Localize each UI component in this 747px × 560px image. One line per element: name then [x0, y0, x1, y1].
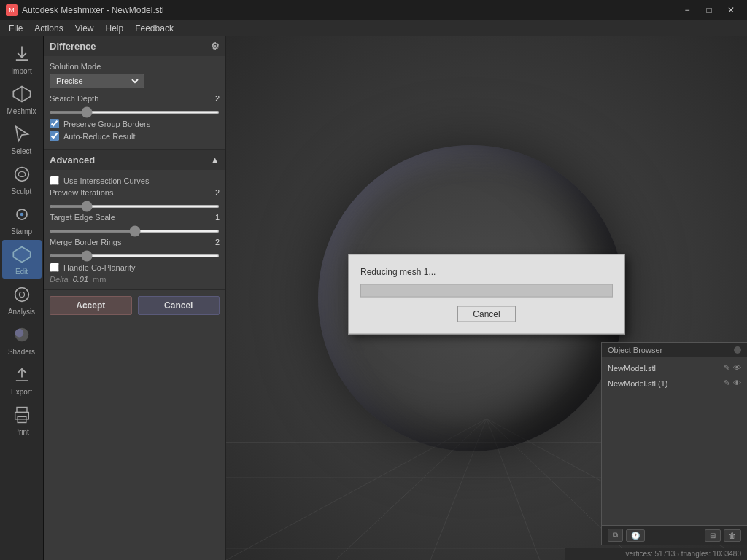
- svg-marker-5: [13, 247, 30, 262]
- delta-value: 0.01: [73, 275, 88, 284]
- gear-icon[interactable]: ⚙: [211, 41, 220, 52]
- ob-item-0-icons: ✎ 👁: [724, 363, 741, 373]
- cancel-button[interactable]: Cancel: [138, 296, 220, 315]
- statusbar-text: vertices: 517135 triangles: 1033480: [626, 550, 741, 558]
- tool-import[interactable]: Import: [2, 39, 42, 78]
- ob-item-1-edit-icon[interactable]: ✎: [724, 378, 730, 388]
- ob-footer-btn-0[interactable]: ⧉: [608, 529, 623, 542]
- advanced-collapse-icon: ▲: [210, 155, 220, 166]
- maximize-button[interactable]: □: [699, 2, 719, 18]
- advanced-header[interactable]: Advanced ▲: [44, 150, 225, 170]
- ob-item-0-edit-icon[interactable]: ✎: [724, 363, 730, 373]
- svg-point-6: [15, 288, 28, 302]
- solution-mode-select[interactable]: Precise Fast Best: [53, 76, 141, 86]
- object-browser-footer: ⧉ 🕐 ⊟ 🗑: [602, 525, 747, 545]
- meshmix-icon: [10, 82, 34, 106]
- dialog-body: Reducing mesh 1... Cancel: [349, 255, 624, 334]
- dialog-cancel-button[interactable]: Cancel: [457, 306, 515, 322]
- menu-help[interactable]: Help: [100, 22, 130, 35]
- svg-point-7: [19, 292, 24, 298]
- tool-select-label: Select: [12, 147, 32, 155]
- tool-meshmix-label: Meshmix: [7, 107, 36, 115]
- minimize-button[interactable]: −: [677, 2, 697, 18]
- menubar: File Actions View Help Feedback: [0, 20, 747, 36]
- delta-key: Delta: [50, 275, 69, 284]
- menu-view[interactable]: View: [69, 22, 100, 35]
- tool-print[interactable]: Print: [2, 400, 42, 439]
- use-intersection-checkbox[interactable]: [50, 176, 59, 185]
- ob-item-1[interactable]: NewModel.stl (1) ✎ 👁: [602, 376, 747, 391]
- use-intersection-label: Use Intersection Curves: [63, 176, 149, 185]
- svg-rect-10: [17, 408, 27, 413]
- advanced-body: Use Intersection Curves Preview Iteratio…: [44, 170, 225, 289]
- solution-mode-label: Solution Mode: [50, 62, 101, 71]
- stamp-icon: [10, 203, 34, 226]
- tool-print-label: Print: [14, 428, 29, 436]
- ob-footer-btn-3[interactable]: 🗑: [724, 529, 741, 542]
- viewport[interactable]: Reducing mesh 1... Cancel Object Browser…: [226, 36, 747, 560]
- difference-title: Difference: [50, 41, 96, 52]
- solution-mode-dropdown[interactable]: Precise Fast Best: [50, 74, 144, 88]
- tool-stamp[interactable]: Stamp: [2, 200, 42, 238]
- difference-header: Difference ⚙: [44, 36, 225, 56]
- tool-sculpt[interactable]: Sculpt: [2, 160, 42, 198]
- tool-analysis[interactable]: Analysis: [2, 280, 42, 319]
- menu-file[interactable]: File: [3, 22, 28, 35]
- progress-bar-container: [360, 284, 613, 298]
- tool-shaders-label: Shaders: [8, 348, 35, 356]
- tool-analysis-label: Analysis: [8, 308, 35, 316]
- preview-iterations-slider-container: [50, 200, 220, 210]
- tool-meshmix[interactable]: Meshmix: [2, 79, 42, 118]
- tool-shaders[interactable]: Shaders: [2, 320, 42, 359]
- object-browser-close[interactable]: [734, 346, 741, 354]
- preserve-group-borders-label: Preserve Group Borders: [63, 120, 150, 128]
- target-edge-label: Target Edge Scale: [50, 213, 115, 222]
- svg-point-9: [15, 329, 23, 338]
- menu-actions[interactable]: Actions: [28, 22, 69, 35]
- merge-border-slider-container: [50, 249, 220, 260]
- search-depth-row: Search Depth 2: [50, 94, 220, 103]
- merge-border-value: 2: [215, 238, 220, 246]
- main-layout: Import Meshmix Select Sculpt Stamp: [0, 36, 747, 560]
- object-browser: Object Browser NewModel.stl ✎ 👁 NewModel…: [601, 342, 747, 545]
- ob-footer-btn-2[interactable]: ⊟: [705, 529, 721, 542]
- merge-border-label: Merge Border Rings: [50, 238, 121, 246]
- svg-point-4: [20, 213, 23, 217]
- select-icon: [10, 122, 34, 146]
- ob-item-0-eye-icon[interactable]: 👁: [733, 363, 741, 373]
- menu-feedback[interactable]: Feedback: [129, 22, 179, 35]
- object-browser-content: [602, 394, 747, 525]
- difference-section: Difference ⚙ Solution Mode Precise Fast …: [44, 36, 225, 150]
- search-depth-slider[interactable]: [50, 111, 220, 114]
- tool-export[interactable]: Export: [2, 360, 42, 399]
- panel-action-buttons: Accept Cancel: [44, 290, 225, 321]
- close-button[interactable]: ✕: [721, 2, 741, 18]
- handle-coplanarity-checkbox[interactable]: [50, 262, 59, 272]
- tool-select[interactable]: Select: [2, 120, 42, 158]
- sculpt-icon: [10, 163, 34, 186]
- merge-border-slider[interactable]: [50, 254, 220, 257]
- ob-item-1-name: NewModel.stl (1): [608, 379, 724, 388]
- delta-row: Delta 0.01 mm: [50, 275, 220, 284]
- ob-item-1-icons: ✎ 👁: [724, 378, 741, 388]
- accept-button[interactable]: Accept: [50, 296, 132, 315]
- progress-message: Reducing mesh 1...: [360, 267, 613, 277]
- ob-item-0[interactable]: NewModel.stl ✎ 👁: [602, 360, 747, 376]
- export-icon: [10, 363, 34, 386]
- preview-iterations-slider[interactable]: [50, 205, 220, 208]
- handle-coplanarity-label: Handle Co-Planarity: [63, 263, 135, 272]
- preserve-group-borders-row: Preserve Group Borders: [50, 119, 220, 128]
- tool-sculpt-label: Sculpt: [12, 187, 32, 195]
- statusbar: vertices: 517135 triangles: 1033480: [565, 548, 747, 560]
- ob-footer-btn-1[interactable]: 🕐: [626, 529, 645, 542]
- ob-item-1-eye-icon[interactable]: 👁: [733, 378, 741, 388]
- target-edge-slider[interactable]: [50, 230, 220, 233]
- preserve-group-borders-checkbox[interactable]: [50, 119, 59, 128]
- shaders-icon: [10, 323, 34, 346]
- handle-coplanarity-row: Handle Co-Planarity: [50, 262, 220, 272]
- delta-unit: mm: [93, 275, 106, 284]
- advanced-title: Advanced: [50, 155, 95, 166]
- window-title: Autodesk Meshmixer - NewModel.stl: [22, 5, 677, 15]
- tool-edit[interactable]: Edit: [2, 240, 42, 279]
- auto-reduce-checkbox[interactable]: [50, 131, 59, 141]
